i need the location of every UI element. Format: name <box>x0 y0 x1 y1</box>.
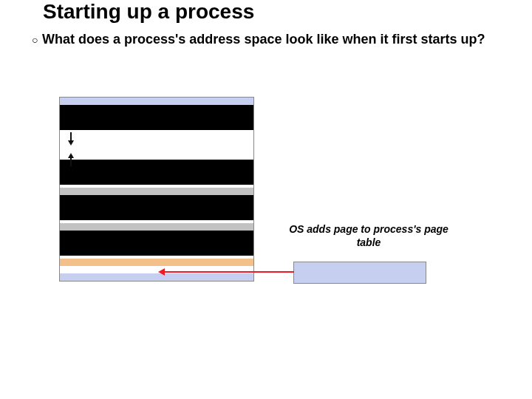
mem-seg-bottom-lblue <box>60 273 253 281</box>
annotation-os-adds-page: OS adds page to process's page table <box>284 223 454 249</box>
page-title: Starting up a process <box>43 0 254 24</box>
address-space-diagram <box>59 97 254 282</box>
mem-seg-orange-page <box>60 259 253 266</box>
bullet-marker-icon: ○ <box>32 33 42 47</box>
mem-seg-top-lblue <box>60 98 253 105</box>
bullet-item: ○ What does a process's address space lo… <box>32 31 510 48</box>
mem-seg-gap <box>60 130 253 160</box>
source-page-box <box>293 262 426 284</box>
grow-up-arrow-icon <box>68 153 74 158</box>
mem-seg-black-2 <box>60 160 253 185</box>
bullet-text: What does a process's address space look… <box>42 31 510 48</box>
mem-seg-gray-1 <box>60 188 253 195</box>
mem-seg-black-4 <box>60 231 253 256</box>
mem-seg-black-1 <box>60 105 253 130</box>
mem-seg-gray-2 <box>60 223 253 231</box>
grow-down-arrow-icon <box>68 140 74 146</box>
red-arrow-icon <box>164 271 294 273</box>
mem-seg-black-3 <box>60 195 253 220</box>
